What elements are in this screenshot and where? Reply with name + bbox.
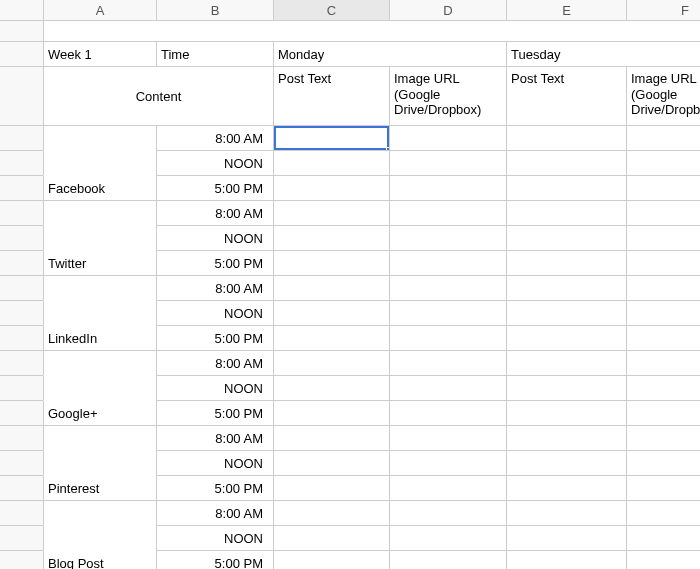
cell[interactable] [626, 500, 700, 526]
row-header[interactable] [0, 500, 44, 526]
spreadsheet-grid[interactable]: A B C D E F J Week 1 Time Monday Tuesday… [0, 0, 700, 569]
cell[interactable] [273, 475, 390, 501]
row-header[interactable] [0, 200, 44, 226]
cell[interactable] [506, 175, 627, 201]
cell[interactable] [273, 375, 390, 401]
col-header-A[interactable]: A [43, 0, 157, 21]
cell[interactable] [389, 150, 507, 176]
cell[interactable] [389, 350, 507, 376]
cell[interactable] [626, 250, 700, 276]
cell[interactable] [389, 425, 507, 451]
row-header[interactable] [0, 350, 44, 376]
col-header-B[interactable]: B [156, 0, 274, 21]
cell-day-tuesday[interactable]: Tuesday [506, 41, 700, 67]
cell[interactable] [626, 525, 700, 551]
cell-channel-facebook[interactable]: Facebook [43, 175, 157, 201]
cell-channel-googleplus[interactable]: Google+ [43, 400, 157, 426]
cell[interactable] [389, 175, 507, 201]
cell-time[interactable]: 5:00 PM [156, 400, 274, 426]
row-header[interactable] [0, 225, 44, 251]
cell[interactable] [389, 375, 507, 401]
cell[interactable] [506, 150, 627, 176]
cell-time[interactable]: NOON [156, 525, 274, 551]
cell[interactable] [506, 250, 627, 276]
cell-channel[interactable] [43, 275, 157, 301]
cell-channel[interactable] [43, 350, 157, 376]
cell[interactable] [273, 175, 390, 201]
cell-channel-twitter[interactable]: Twitter [43, 250, 157, 276]
row-header[interactable] [0, 300, 44, 326]
cell-time-header[interactable]: Time [156, 41, 274, 67]
cell[interactable] [506, 400, 627, 426]
cell[interactable] [506, 225, 627, 251]
cell[interactable] [389, 450, 507, 476]
cell[interactable] [506, 475, 627, 501]
cell-time[interactable]: 5:00 PM [156, 175, 274, 201]
cell[interactable] [389, 550, 507, 569]
cell[interactable] [626, 175, 700, 201]
col-header-C[interactable]: C [273, 0, 390, 21]
cell[interactable] [389, 525, 507, 551]
cell-channel[interactable] [43, 500, 157, 526]
cell-channel[interactable] [43, 200, 157, 226]
cell-time[interactable]: NOON [156, 300, 274, 326]
cell[interactable] [273, 425, 390, 451]
cell[interactable] [389, 475, 507, 501]
row-header[interactable] [0, 425, 44, 451]
cell[interactable] [626, 200, 700, 226]
cell[interactable] [626, 225, 700, 251]
cell[interactable] [389, 275, 507, 301]
cell-channel[interactable] [43, 150, 157, 176]
cell-time[interactable]: 8:00 AM [156, 350, 274, 376]
cell[interactable] [506, 500, 627, 526]
cell[interactable] [389, 500, 507, 526]
cell-day-monday[interactable]: Monday [273, 41, 507, 67]
cell-channel-pinterest[interactable]: Pinterest [43, 475, 157, 501]
cell[interactable] [506, 275, 627, 301]
fill-handle[interactable] [386, 147, 390, 151]
row-header[interactable] [0, 125, 44, 151]
cell-posttext-header-mon[interactable]: Post Text [273, 66, 390, 126]
col-header-F[interactable]: F [626, 0, 700, 21]
cell-posttext-header-tue[interactable]: Post Text [506, 66, 627, 126]
cell-time[interactable]: NOON [156, 225, 274, 251]
cell[interactable] [626, 150, 700, 176]
cell[interactable] [389, 400, 507, 426]
cell[interactable] [389, 325, 507, 351]
row-header[interactable] [0, 525, 44, 551]
cell-channel[interactable] [43, 300, 157, 326]
formula-bar[interactable]: J [43, 20, 700, 42]
cell[interactable] [506, 125, 627, 151]
cell-time[interactable]: 8:00 AM [156, 200, 274, 226]
col-header-E[interactable]: E [506, 0, 627, 21]
cell[interactable] [389, 125, 507, 151]
cell[interactable] [506, 450, 627, 476]
cell[interactable] [273, 400, 390, 426]
cell[interactable] [273, 275, 390, 301]
cell-time[interactable]: 5:00 PM [156, 475, 274, 501]
row-header[interactable] [0, 150, 44, 176]
cell[interactable] [273, 350, 390, 376]
cell-time[interactable]: 8:00 AM [156, 425, 274, 451]
cell-channel[interactable] [43, 375, 157, 401]
cell[interactable] [389, 300, 507, 326]
cell[interactable] [506, 325, 627, 351]
selected-cell[interactable] [273, 125, 390, 151]
cell[interactable] [273, 500, 390, 526]
cell[interactable] [273, 150, 390, 176]
cell-time[interactable]: 8:00 AM [156, 275, 274, 301]
cell[interactable] [626, 125, 700, 151]
cell[interactable] [273, 300, 390, 326]
row-header[interactable] [0, 400, 44, 426]
cell-channel[interactable] [43, 425, 157, 451]
cell[interactable] [389, 225, 507, 251]
row-header[interactable] [0, 375, 44, 401]
cell[interactable] [626, 300, 700, 326]
cell-channel[interactable] [43, 450, 157, 476]
row-header[interactable] [0, 66, 44, 126]
cell[interactable] [506, 375, 627, 401]
cell-time[interactable]: 5:00 PM [156, 250, 274, 276]
cell-imageurl-header-mon[interactable]: Image URL (Google Drive/Dropbox) [389, 66, 507, 126]
cell[interactable] [506, 425, 627, 451]
cell[interactable] [506, 200, 627, 226]
